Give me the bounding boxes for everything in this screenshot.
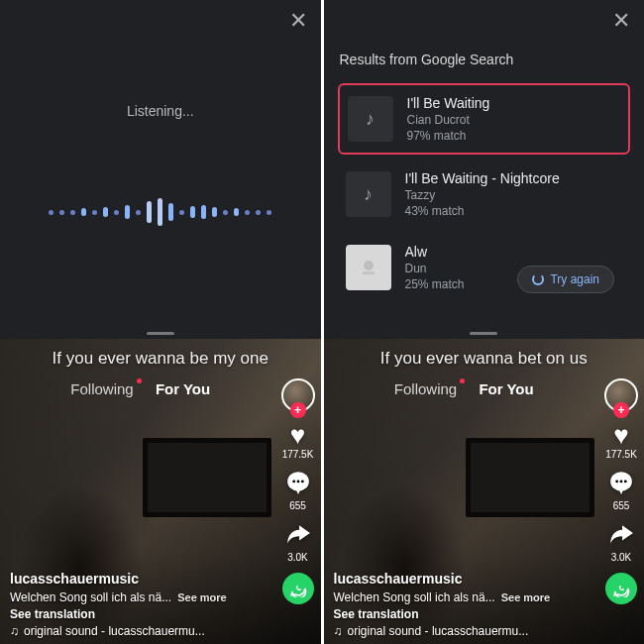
see-more-button[interactable]: See more (501, 591, 551, 603)
share-button[interactable]: 3.0K (285, 521, 311, 563)
whatsapp-button[interactable] (605, 573, 637, 604)
sound-link[interactable]: ♫ original sound - lucasschauermu... (334, 624, 595, 638)
svg-point-8 (620, 481, 623, 483)
search-result[interactable]: ♪ I'll Be Waiting - Nightcore Tazzy 43% … (338, 161, 631, 228)
svg-point-9 (624, 481, 627, 483)
video-description: Welchen Song soll ich als nä... (334, 590, 495, 604)
feed-tabs: Following For You (324, 380, 605, 397)
feed-tabs: Following For You (0, 380, 281, 397)
like-button[interactable]: ♥ 177.5K (282, 422, 314, 460)
tiktok-video-right[interactable]: If you ever wanna bet on us Following Fo… (324, 339, 645, 644)
svg-point-1 (292, 481, 295, 483)
sheet-handle-icon[interactable] (147, 332, 174, 335)
see-more-button[interactable]: See more (177, 591, 227, 603)
whatsapp-button[interactable] (282, 573, 314, 604)
left-screenshot: ✕ Listening... (0, 0, 321, 644)
try-again-label: Try again (550, 272, 599, 286)
result-title: I'll Be Waiting - Nightcore (405, 170, 623, 186)
like-count: 177.5K (282, 449, 314, 460)
heart-icon: ♥ (290, 422, 305, 448)
refresh-icon (532, 273, 544, 285)
notification-dot-icon (460, 378, 465, 383)
share-button[interactable]: 3.0K (608, 521, 634, 563)
tab-following[interactable]: Following (70, 380, 133, 397)
music-note-icon: ♪ (346, 171, 391, 217)
results-sheet: ✕ Results from Google Search ♪ I'll Be W… (324, 0, 645, 339)
result-match: 97% match (407, 129, 621, 143)
svg-point-2 (296, 481, 299, 483)
whatsapp-icon (289, 580, 307, 597)
result-artist: Cian Ducrot (407, 113, 621, 127)
lyric-caption: If you ever wanna bet on us (324, 349, 645, 369)
share-icon (285, 521, 311, 551)
video-meta: lucasschauermusic Welchen Song soll ich … (334, 571, 595, 638)
share-icon (608, 521, 634, 551)
like-button[interactable]: ♥ 177.5K (605, 422, 637, 460)
tab-for-you[interactable]: For You (156, 380, 210, 397)
listening-label: Listening... (127, 103, 194, 119)
comment-count: 655 (613, 500, 630, 511)
see-translation-button[interactable]: See translation (10, 607, 271, 621)
whatsapp-icon (612, 580, 630, 597)
tiktok-video-left[interactable]: If you ever wanna be my one Following Fo… (0, 339, 321, 644)
comment-icon (608, 470, 634, 499)
avatar[interactable]: + (604, 378, 638, 412)
video-description: Welchen Song soll ich als nä... (10, 590, 171, 604)
notification-dot-icon (137, 378, 142, 383)
close-icon[interactable]: ✕ (612, 10, 630, 32)
svg-point-3 (300, 481, 303, 483)
sound-link[interactable]: ♫ original sound - lucasschauermu... (10, 624, 271, 638)
music-note-icon: ♫ (334, 624, 343, 638)
svg-rect-5 (363, 271, 375, 274)
svg-point-7 (615, 481, 618, 483)
avatar[interactable]: + (281, 378, 315, 412)
assistant-sheet: ✕ Listening... (0, 0, 321, 339)
try-again-button[interactable]: Try again (517, 266, 614, 293)
sound-name: original sound - lucasschauermu... (348, 624, 529, 638)
tab-following[interactable]: Following (394, 380, 457, 397)
sound-name: original sound - lucasschauermu... (24, 624, 205, 638)
search-result-highlighted[interactable]: ♪ I'll Be Waiting Cian Ducrot 97% match (338, 83, 631, 155)
comment-icon (285, 470, 311, 499)
result-artist: Tazzy (405, 188, 623, 202)
share-count: 3.0K (287, 552, 308, 563)
heart-icon: ♥ (613, 422, 628, 448)
comment-count: 655 (289, 500, 306, 511)
album-art-thumb (346, 245, 391, 290)
see-translation-button[interactable]: See translation (334, 607, 595, 621)
results-title: Results from Google Search (340, 52, 631, 67)
comment-button[interactable]: 655 (608, 470, 634, 511)
music-note-icon: ♫ (10, 624, 19, 638)
username[interactable]: lucasschauermusic (10, 571, 271, 587)
svg-point-4 (364, 261, 374, 270)
follow-plus-icon[interactable]: + (290, 402, 306, 418)
close-icon[interactable]: ✕ (289, 10, 307, 32)
lyric-caption: If you ever wanna be my one (0, 349, 321, 369)
listening-panel: Listening... (14, 14, 307, 325)
action-rail: + ♥ 177.5K 655 3.0K (281, 378, 315, 604)
result-match: 43% match (405, 204, 623, 218)
music-note-icon: ♪ (348, 96, 393, 142)
audio-waveform-icon (49, 198, 271, 226)
username[interactable]: lucasschauermusic (334, 571, 595, 587)
follow-plus-icon[interactable]: + (613, 402, 629, 418)
result-title: I'll Be Waiting (407, 95, 621, 111)
tab-for-you[interactable]: For You (479, 380, 533, 397)
right-screenshot: ✕ Results from Google Search ♪ I'll Be W… (324, 0, 645, 644)
sheet-handle-icon[interactable] (470, 332, 497, 335)
video-meta: lucasschauermusic Welchen Song soll ich … (10, 571, 271, 638)
result-title: Alw (405, 244, 623, 260)
like-count: 177.5K (605, 449, 637, 460)
comment-button[interactable]: 655 (285, 470, 311, 511)
action-rail: + ♥ 177.5K 655 3.0K (604, 378, 638, 604)
share-count: 3.0K (611, 552, 632, 563)
